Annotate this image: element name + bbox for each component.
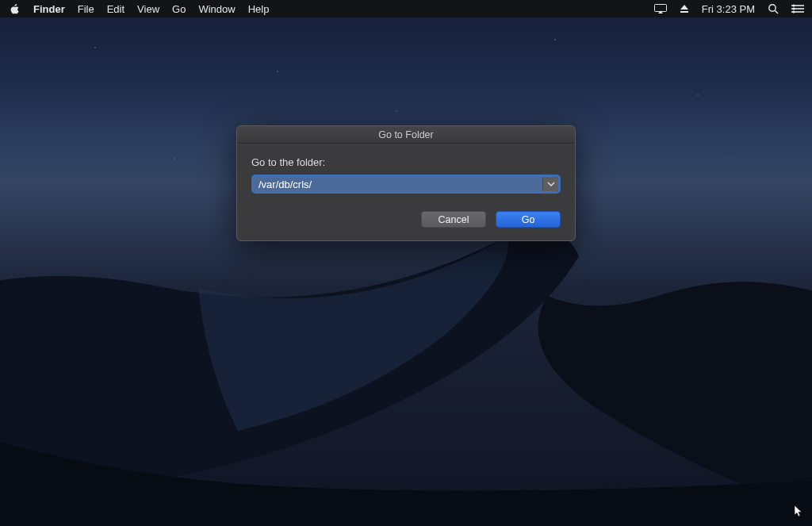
spotlight-icon[interactable] <box>768 3 779 14</box>
go-to-folder-dialog: Go to Folder Go to the folder: Cancel Go <box>236 125 576 241</box>
menu-window[interactable]: Window <box>198 3 235 15</box>
menu-help[interactable]: Help <box>248 3 270 15</box>
svg-point-2 <box>769 5 776 11</box>
apple-menu-icon[interactable] <box>10 3 21 14</box>
notification-center-icon[interactable] <box>791 4 804 13</box>
menubar-clock[interactable]: Fri 3:23 PM <box>702 3 755 15</box>
menu-file[interactable]: File <box>78 3 94 15</box>
svg-line-3 <box>775 10 778 13</box>
airplay-icon[interactable] <box>654 4 667 13</box>
dialog-prompt: Go to the folder: <box>251 156 561 168</box>
menubar: Finder File Edit View Go Window Help Fri… <box>0 0 812 17</box>
svg-point-9 <box>792 10 795 13</box>
svg-point-8 <box>792 7 795 10</box>
folder-path-input[interactable] <box>254 177 542 191</box>
menu-edit[interactable]: Edit <box>107 3 124 15</box>
menu-go[interactable]: Go <box>172 3 186 15</box>
path-input-row <box>251 175 561 194</box>
dialog-title: Go to Folder <box>237 126 575 144</box>
svg-rect-0 <box>654 5 666 12</box>
chevron-down-icon <box>547 180 555 188</box>
menu-view[interactable]: View <box>137 3 159 15</box>
cursor-icon <box>795 505 804 521</box>
svg-point-7 <box>792 4 795 6</box>
path-history-dropdown[interactable] <box>542 177 558 191</box>
svg-rect-1 <box>680 11 688 13</box>
app-name[interactable]: Finder <box>33 3 65 15</box>
go-button[interactable]: Go <box>496 211 561 228</box>
desktop-wallpaper <box>0 0 812 526</box>
cancel-button[interactable]: Cancel <box>421 211 486 228</box>
wallpaper-dune <box>0 193 812 526</box>
eject-icon[interactable] <box>680 4 689 13</box>
